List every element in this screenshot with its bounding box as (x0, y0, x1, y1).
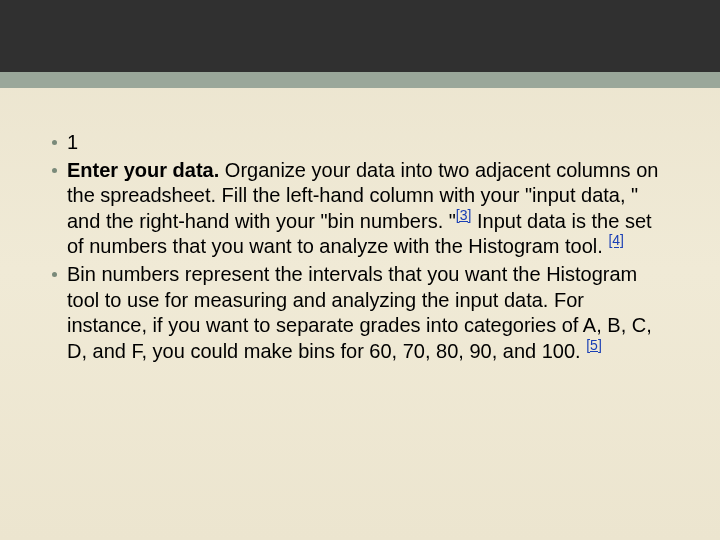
bullet-item: 1 (52, 130, 668, 156)
bullet-text: 1 (67, 130, 668, 156)
bullet-dot-icon (52, 168, 57, 173)
bullet-text: Bin numbers represent the intervals that… (67, 262, 668, 364)
slide: 1 Enter your data. Organize your data in… (0, 0, 720, 540)
bullet-dot-icon (52, 272, 57, 277)
bullet-item: Enter your data. Organize your data into… (52, 158, 668, 260)
citation-link[interactable]: [4] (608, 233, 624, 249)
bullet-body: Bin numbers represent the intervals that… (67, 263, 652, 362)
bullet-item: Bin numbers represent the intervals that… (52, 262, 668, 364)
citation-link[interactable]: [3] (456, 207, 472, 223)
accent-band (0, 72, 720, 88)
content-area: 1 Enter your data. Organize your data in… (52, 130, 668, 366)
step-number: 1 (67, 131, 78, 153)
bullet-lead: Enter your data. (67, 159, 219, 181)
bullet-dot-icon (52, 140, 57, 145)
bullet-text: Enter your data. Organize your data into… (67, 158, 668, 260)
citation-link[interactable]: [5] (586, 337, 602, 353)
title-band (0, 0, 720, 72)
